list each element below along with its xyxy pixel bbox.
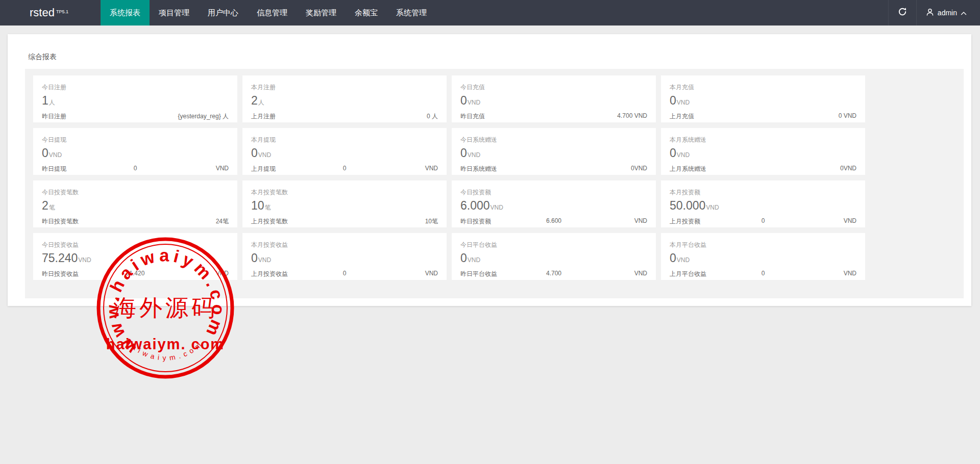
stat-value-line: 0VND xyxy=(42,146,229,162)
navbar-right: admin xyxy=(888,0,980,25)
stat-sub-right-value: VND xyxy=(794,217,856,226)
stat-value-line: 0VND xyxy=(670,146,856,162)
nav-item[interactable]: 系统管理 xyxy=(387,0,436,25)
stat-card: 本月平台收益 0VND 上月平台收益 0 VND xyxy=(661,233,865,280)
stat-label: 今日注册 xyxy=(42,83,229,92)
stat-footer: 昨日投资笔数 24笔 xyxy=(42,217,229,226)
stat-sub-mid-value: 0 xyxy=(732,270,794,278)
stat-unit: VND xyxy=(78,256,91,264)
stat-value-line: 0VND xyxy=(251,251,438,267)
nav-item[interactable]: 余额宝 xyxy=(346,0,387,25)
stat-sub-mid-value: 0 xyxy=(732,217,794,226)
stat-sub-right-value: VND xyxy=(376,165,438,173)
stat-label: 本月系统赠送 xyxy=(670,136,856,144)
stat-sub-right-value: VND xyxy=(376,270,438,278)
nav-item[interactable]: 信息管理 xyxy=(248,0,297,25)
stat-unit: VND xyxy=(491,204,503,211)
stat-sub-right-value: 24笔 xyxy=(166,217,229,226)
username: admin xyxy=(938,9,957,17)
refresh-button[interactable] xyxy=(888,0,917,25)
nav-item[interactable]: 奖励管理 xyxy=(297,0,346,25)
stat-sub-right-value: VND xyxy=(794,270,856,278)
stat-card: 今日投资额 6.000VND 昨日投资额 6.600 VND xyxy=(452,181,656,227)
stat-sub-label: 上月注册 xyxy=(251,112,313,121)
stat-unit: VND xyxy=(258,256,271,264)
stat-label: 本月充值 xyxy=(670,83,856,92)
stat-footer: 昨日平台收益 4.700 VND xyxy=(460,270,647,278)
stat-unit: VND xyxy=(468,99,480,106)
stat-unit: VND xyxy=(49,151,62,159)
stat-sub-right-value: 10笔 xyxy=(376,217,438,226)
stat-sub-label: 昨日充值 xyxy=(460,112,523,121)
stat-label: 本月投资笔数 xyxy=(251,188,438,197)
stat-value: 0 xyxy=(251,251,258,265)
stat-footer: 上月投资收益 0 VND xyxy=(251,270,438,278)
stat-card: 今日投资收益 75.240VND 昨日投资收益 31.420 VND xyxy=(33,233,237,280)
cards-area: 今日注册 1人 昨日注册 {yesterday_reg} 人 本月注册 2人 上… xyxy=(25,69,964,298)
stat-value: 0 xyxy=(251,146,258,160)
stat-sub-right-value: 0VND xyxy=(794,165,856,173)
stat-value-line: 50.000VND xyxy=(670,199,856,214)
stat-footer: 上月注册 0 人 xyxy=(251,112,438,121)
stat-card: 本月注册 2人 上月注册 0 人 xyxy=(242,75,447,122)
stat-unit: 笔 xyxy=(49,204,55,211)
stat-sub-right-value: 0VND xyxy=(585,165,647,173)
stat-value: 0 xyxy=(460,94,467,107)
stat-card: 本月投资收益 0VND 上月投资收益 0 VND xyxy=(242,233,447,280)
stat-sub-label: 上月投资收益 xyxy=(251,270,313,278)
app-logo[interactable]: rstedTP5.1 xyxy=(0,0,68,25)
stat-sub-right-value: VND xyxy=(585,270,647,278)
stat-footer: 昨日系统赠送 0VND xyxy=(460,165,647,173)
stat-label: 今日投资收益 xyxy=(42,241,229,249)
stat-label: 本月平台收益 xyxy=(670,241,856,249)
stat-sub-mid-value xyxy=(104,112,166,121)
stat-footer: 昨日注册 {yesterday_reg} 人 xyxy=(42,112,229,121)
stat-card: 本月充值 0VND 上月充值 0 VND xyxy=(661,75,865,122)
stat-unit: VND xyxy=(677,256,690,264)
stat-sub-label: 昨日注册 xyxy=(42,112,104,121)
stat-sub-mid-value xyxy=(732,165,794,173)
stat-card: 今日充值 0VND 昨日充值 4.700 VND xyxy=(452,75,656,122)
nav-item[interactable]: 系统报表 xyxy=(101,0,150,25)
stat-card: 本月系统赠送 0VND 上月系统赠送 0VND xyxy=(661,128,865,175)
stat-label: 今日提现 xyxy=(42,136,229,144)
stat-value: 0 xyxy=(670,146,676,160)
user-menu[interactable]: admin xyxy=(917,0,980,25)
stat-value: 50.000 xyxy=(670,199,705,212)
stat-sub-label: 上月系统赠送 xyxy=(670,165,732,173)
stat-value: 1 xyxy=(42,94,48,107)
stat-label: 本月投资额 xyxy=(670,188,856,197)
stat-footer: 昨日提现 0 VND xyxy=(42,165,229,173)
stat-label: 今日系统赠送 xyxy=(460,136,647,144)
stat-value: 0 xyxy=(670,251,676,265)
stat-label: 本月注册 xyxy=(251,83,438,92)
nav-item[interactable]: 用户中心 xyxy=(199,0,248,25)
nav-item[interactable]: 项目管理 xyxy=(150,0,199,25)
stat-value: 6.000 xyxy=(460,199,490,212)
stat-sub-mid-value: 0 xyxy=(313,270,376,278)
stat-footer: 昨日投资额 6.600 VND xyxy=(460,217,647,226)
stat-value-line: 75.240VND xyxy=(42,251,229,267)
stat-value-line: 0VND xyxy=(460,94,647,109)
stat-footer: 上月投资笔数 10笔 xyxy=(251,217,438,226)
stamp-main-text: haiwaiym. com xyxy=(106,336,225,352)
stat-value-line: 6.000VND xyxy=(460,199,647,214)
stat-sub-label: 上月提现 xyxy=(251,165,313,173)
stat-sub-label: 昨日系统赠送 xyxy=(460,165,523,173)
refresh-icon xyxy=(898,7,907,18)
stat-value-line: 0VND xyxy=(460,251,647,267)
stat-label: 今日充值 xyxy=(460,83,647,92)
stat-footer: 昨日充值 4.700 VND xyxy=(460,112,647,121)
stamp-arc-bottom-text: haiwaiym.com xyxy=(125,338,205,362)
stat-sub-mid-value xyxy=(523,165,585,173)
stat-sub-mid-value: 6.600 xyxy=(523,217,585,226)
stat-sub-right-value: {yesterday_reg} 人 xyxy=(166,112,229,121)
stat-value: 0 xyxy=(670,94,676,107)
stat-unit: VND xyxy=(677,151,690,159)
stat-sub-label: 昨日投资额 xyxy=(460,217,523,226)
stat-value: 2 xyxy=(251,94,258,107)
stat-sub-right-value: 4.700 VND xyxy=(585,112,647,121)
stat-unit: VND xyxy=(468,256,480,264)
stat-value: 10 xyxy=(251,199,264,212)
chevron-up-icon xyxy=(961,9,967,17)
